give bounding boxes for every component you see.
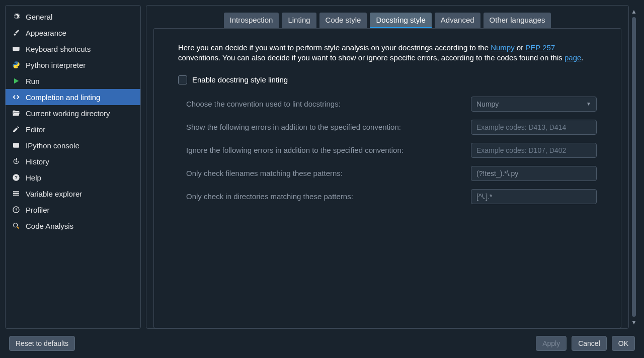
sidebar-item-completion-and-linting[interactable]: Completion and linting xyxy=(6,89,140,105)
sidebar-item-keyboard-shortcuts[interactable]: Keyboard shortcuts xyxy=(6,41,140,57)
apply-button[interactable]: Apply xyxy=(536,336,567,351)
sidebar-item-label: Run xyxy=(26,77,40,85)
enable-docstring-linting-row: Enable docstring style linting xyxy=(178,75,597,84)
tab-linting[interactable]: Linting xyxy=(282,13,316,28)
sidebar-item-label: Completion and linting xyxy=(26,93,100,102)
directories-row: Only check in directories matching these… xyxy=(186,189,597,204)
tab-other-languages[interactable]: Other languages xyxy=(484,13,551,28)
intro-part4: . xyxy=(581,53,583,62)
intro-part1: Here you can decide if you want to perfo… xyxy=(178,43,491,52)
tab-docstring-style[interactable]: Docstring style xyxy=(370,13,431,28)
form-section: Choose the convention used to lint docst… xyxy=(178,97,597,204)
svg-rect-6 xyxy=(13,195,19,196)
sidebar-item-label: Variable explorer xyxy=(26,190,82,198)
sidebar-item-history[interactable]: History xyxy=(6,153,140,169)
sidebar-item-editor[interactable]: Editor xyxy=(6,121,140,137)
keyboard-icon xyxy=(12,44,21,53)
sidebar-item-help[interactable]: ? Help xyxy=(6,169,140,186)
brush-icon xyxy=(12,28,21,37)
intro-text: Here you can decide if you want to perfo… xyxy=(178,43,597,63)
intro-part2: or xyxy=(515,43,526,52)
scroll-up-icon[interactable]: ▲ xyxy=(631,8,637,15)
sidebar-item-code-analysis[interactable]: Code Analysis xyxy=(6,218,140,234)
convention-select[interactable]: Numpy ▼ xyxy=(471,97,597,112)
ignore-errors-row: Ignore the following errors in addition … xyxy=(186,143,597,158)
show-errors-input[interactable] xyxy=(471,120,597,135)
ignore-errors-input[interactable] xyxy=(471,143,597,158)
sidebar-item-label: Python interpreter xyxy=(26,61,86,69)
content-panel: Introspection Linting Code style Docstri… xyxy=(146,5,629,329)
folder-open-icon xyxy=(12,109,21,118)
sidebar-item-label: Help xyxy=(26,173,41,182)
search-code-icon xyxy=(12,221,21,230)
tab-code-style[interactable]: Code style xyxy=(319,13,367,28)
show-errors-row: Show the following errors in addition to… xyxy=(186,120,597,135)
list-icon xyxy=(12,189,21,198)
svg-rect-4 xyxy=(13,191,19,192)
code-icon xyxy=(12,93,21,102)
gears-icon xyxy=(12,12,21,21)
console-icon xyxy=(12,141,21,150)
svg-rect-0 xyxy=(13,47,19,51)
filenames-input[interactable] xyxy=(471,166,597,181)
filenames-row: Only check filenames matching these patt… xyxy=(186,166,597,181)
scroll-track[interactable] xyxy=(632,17,636,317)
sidebar-item-general[interactable]: General xyxy=(6,9,140,25)
cancel-button[interactable]: Cancel xyxy=(572,336,607,351)
main-row: General Appearance Keyboard shortcuts Py… xyxy=(0,0,644,329)
sidebar-item-python-interpreter[interactable]: Python interpreter xyxy=(6,57,140,73)
sidebar-item-label: Code Analysis xyxy=(26,222,73,230)
convention-value: Numpy xyxy=(476,100,499,108)
sidebar-item-variable-explorer[interactable]: Variable explorer xyxy=(6,186,140,202)
sidebar-item-run[interactable]: Run xyxy=(6,73,140,89)
ignore-errors-label: Ignore the following errors in addition … xyxy=(186,146,461,154)
ok-button[interactable]: OK xyxy=(612,336,635,351)
history-icon xyxy=(12,157,21,166)
chevron-down-icon: ▼ xyxy=(586,101,591,107)
svg-rect-1 xyxy=(13,143,19,147)
enable-docstring-linting-label: Enable docstring style linting xyxy=(192,75,288,84)
footer-right: Apply Cancel OK xyxy=(536,336,635,351)
sidebar-item-profiler[interactable]: Profiler xyxy=(6,202,140,218)
scroll-down-icon[interactable]: ▼ xyxy=(631,319,637,326)
svg-point-8 xyxy=(14,223,18,227)
sidebar-item-label: General xyxy=(26,13,52,21)
sidebar-item-label: Appearance xyxy=(26,29,66,37)
sidebar-item-label: Keyboard shortcuts xyxy=(26,45,91,53)
filenames-label: Only check filenames matching these patt… xyxy=(186,169,461,177)
convention-label: Choose the convention used to lint docst… xyxy=(186,100,461,108)
help-icon: ? xyxy=(12,173,21,182)
directories-input[interactable] xyxy=(471,189,597,204)
tab-advanced[interactable]: Advanced xyxy=(435,13,480,28)
convention-row: Choose the convention used to lint docst… xyxy=(186,97,597,112)
sidebar-item-label: IPython console xyxy=(26,141,79,150)
sidebar-item-ipython-console[interactable]: IPython console xyxy=(6,137,140,153)
tab-introspection[interactable]: Introspection xyxy=(224,13,279,28)
page-link[interactable]: page xyxy=(565,53,581,62)
edit-icon xyxy=(12,125,21,134)
docstring-style-panel: Here you can decide if you want to perfo… xyxy=(153,28,621,328)
play-icon xyxy=(12,76,21,85)
sidebar-item-current-working-directory[interactable]: Current working directory xyxy=(6,105,140,121)
sidebar-item-label: Editor xyxy=(26,125,45,134)
directories-label: Only check in directories matching these… xyxy=(186,192,461,201)
intro-part3: conventions. You can also decide if you … xyxy=(178,53,565,62)
footer: Reset to defaults Apply Cancel OK xyxy=(0,329,644,358)
pep257-link[interactable]: PEP 257 xyxy=(525,43,555,52)
sidebar-item-label: Profiler xyxy=(26,206,50,214)
clock-icon xyxy=(12,205,21,214)
sidebar-item-label: History xyxy=(26,157,49,166)
svg-rect-5 xyxy=(13,193,19,194)
reset-to-defaults-button[interactable]: Reset to defaults xyxy=(9,336,75,351)
sidebar: General Appearance Keyboard shortcuts Py… xyxy=(5,5,141,329)
svg-text:?: ? xyxy=(15,175,18,180)
tab-row: Introspection Linting Code style Docstri… xyxy=(153,13,621,28)
numpy-link[interactable]: Numpy xyxy=(491,43,515,52)
show-errors-label: Show the following errors in addition to… xyxy=(186,123,461,131)
sidebar-item-appearance[interactable]: Appearance xyxy=(6,25,140,41)
enable-docstring-linting-checkbox[interactable] xyxy=(178,75,187,84)
sidebar-item-label: Current working directory xyxy=(26,109,110,118)
content-wrap: Introspection Linting Code style Docstri… xyxy=(146,5,639,329)
python-icon xyxy=(12,60,21,69)
vertical-scrollbar[interactable]: ▲ ▼ xyxy=(629,5,639,329)
